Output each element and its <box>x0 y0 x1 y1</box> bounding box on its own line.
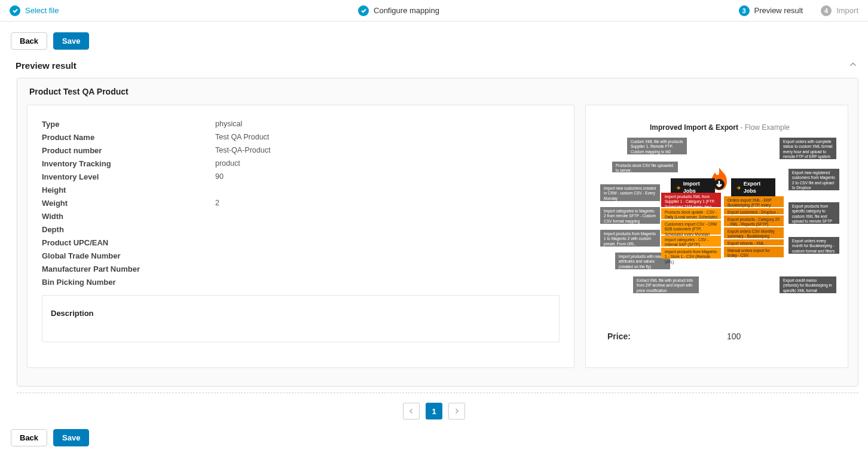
diagram-export-tile: Export products - Category 2X - XML - Re… <box>724 215 784 226</box>
detail-label: Type <box>42 120 215 129</box>
detail-label: Product UPC/EAN <box>42 238 215 247</box>
diagram-gray-tile: Import products from Magento 1 to Magent… <box>600 230 660 247</box>
step-number-icon: 4 <box>821 5 832 16</box>
detail-value: product <box>215 159 240 168</box>
detail-value: Test-QA-Product <box>215 146 270 155</box>
detail-label: Inventory Level <box>42 172 215 181</box>
price-label: Price: <box>607 332 727 341</box>
details-panel: Typephysical Product NameTest QA Product… <box>27 105 574 368</box>
description-box: Description <box>42 295 560 342</box>
save-button[interactable]: Save <box>53 429 89 446</box>
button-row-bottom: Back Save <box>0 425 868 453</box>
detail-label: Product number <box>42 146 215 155</box>
diagram-export-tile: Export refunds - XML <box>724 239 784 245</box>
price-value: 100 <box>727 332 741 341</box>
preview-card: Product Test QA Product Typephysical Pro… <box>17 78 858 387</box>
diagram-gray-tile: Products stock CSV file uploaded to serv… <box>612 162 678 172</box>
page-number-current[interactable]: 1 <box>426 403 442 419</box>
diagram-import-tile: Import products XML from Supplier 1 - Ca… <box>661 193 721 207</box>
diagram-title-bold: Improved Import & Export <box>650 123 738 132</box>
page-next-button[interactable] <box>448 403 465 419</box>
diagram-canvas: Custom XML file with products Supplier 1… <box>600 136 839 316</box>
pagination: 1 <box>0 393 868 425</box>
description-label: Description <box>51 309 551 318</box>
detail-label: Bin Picking Number <box>42 278 215 287</box>
detail-label: Width <box>42 212 215 221</box>
detail-value: 90 <box>215 172 224 181</box>
detail-label: Product Name <box>42 133 215 142</box>
page-prev-button[interactable] <box>403 403 420 419</box>
back-button[interactable]: Back <box>11 429 47 446</box>
step-label: Select file <box>25 6 59 15</box>
product-title: Product Test QA Product <box>17 78 858 105</box>
diagram-export-tile: Export customers - Dropbox - CSV <box>724 208 784 214</box>
export-jobs-label: Export Jobs <box>744 181 771 194</box>
section-title: Preview result <box>16 60 77 71</box>
back-button[interactable]: Back <box>11 32 47 50</box>
chevron-up-icon <box>849 60 857 71</box>
diagram-gray-tile: Extract XML file with product info from … <box>633 276 699 293</box>
detail-label: Inventory Tracking <box>42 159 215 168</box>
step-label: Configure mapping <box>374 6 439 15</box>
diagram-import-tile: Customers import CSV - CRM B2B customers… <box>661 220 721 235</box>
detail-label: Height <box>42 186 215 194</box>
diagram-title-light: - Flow Example <box>738 123 790 132</box>
diagram-dark-tile: Export orders every month for Bookkeepin… <box>788 237 839 254</box>
step-label: Preview result <box>754 6 803 15</box>
detail-value: Test QA Product <box>215 133 269 142</box>
diagram-gray-tile: Import categories to Magento 2 from remo… <box>600 207 660 224</box>
diagram-title: Improved Import & Export - Flow Example <box>600 123 839 132</box>
step-preview-result[interactable]: 3 Preview result <box>739 5 803 16</box>
price-row: Price: 100 <box>600 328 833 341</box>
diagram-gray-tile: Custom XML file with products Supplier 1… <box>627 138 687 154</box>
diagram-gray-tile: Import new customers created in CRM - cu… <box>600 184 660 201</box>
diagram-dark-tile: Export orders with complete status to cu… <box>780 138 836 159</box>
check-icon <box>358 5 369 16</box>
save-button[interactable]: Save <box>53 32 89 50</box>
step-configure-mapping[interactable]: Configure mapping <box>358 5 439 16</box>
detail-label: Manufacturer Part Number <box>42 264 215 273</box>
product-title-prefix: Product <box>29 87 61 96</box>
image-panel: Improved Import & Export - Flow Example … <box>585 105 848 368</box>
product-title-name: Test QA Product <box>63 87 129 96</box>
diagram-dark-tile: Export products from specific category t… <box>788 202 839 224</box>
detail-label: Global Trade Number <box>42 251 215 260</box>
section-header[interactable]: Preview result <box>0 60 868 78</box>
diagram-import-tile: Products stock update - CSV - Daily (Loc… <box>661 208 721 219</box>
diagram-export-tile: Manual orders export for today - CSV <box>724 247 784 257</box>
step-import[interactable]: 4 Import <box>821 5 858 16</box>
step-number-icon: 3 <box>739 5 750 16</box>
detail-value: 2 <box>215 199 219 208</box>
diagram-import-tile: Import categories - CSV - Internal SAP (… <box>661 236 721 247</box>
diagram-export-tile: Orders export XML - ERP Bookkeeping (FTP… <box>724 196 784 207</box>
step-select-file[interactable]: Select file <box>10 5 59 16</box>
detail-label: Depth <box>42 225 215 234</box>
detail-value: physical <box>215 120 242 129</box>
export-jobs-bar: Export Jobs <box>731 178 775 197</box>
detail-label: Weight <box>42 199 215 208</box>
diagram-dark-tile: Export credit memo (refunds) for Bookkee… <box>780 276 836 293</box>
step-label: Import <box>836 6 858 15</box>
diagram-import-tile: Import products from Magento 1 - Store 1… <box>661 248 721 259</box>
diagram-dark-tile: Export new registered customers from Mag… <box>788 169 839 190</box>
check-icon <box>10 5 20 16</box>
diagram-export-tile: Export orders CSV Monthly summary - Book… <box>724 227 784 238</box>
flow-diagram: Improved Import & Export - Flow Example … <box>600 123 839 316</box>
button-row-top: Back Save <box>0 22 868 60</box>
stepper: Select file Configure mapping 3 Preview … <box>0 0 868 22</box>
